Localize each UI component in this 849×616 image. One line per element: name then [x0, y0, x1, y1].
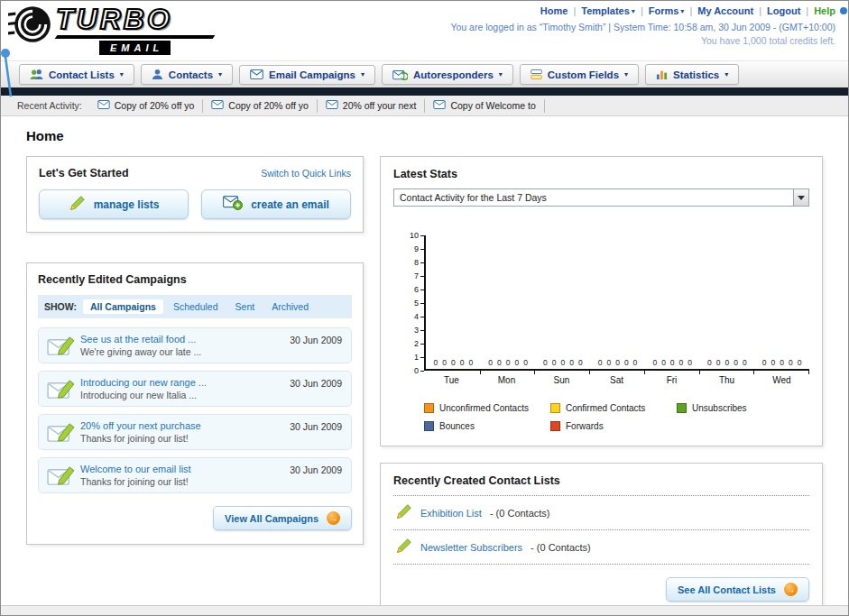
contact-activity-chart: 109876543210 000000000000000000000000000…	[393, 235, 809, 385]
arrow-right-icon: →	[327, 511, 340, 525]
top-link-logout[interactable]: Logout	[767, 5, 800, 16]
bar-value-label: 0	[552, 358, 557, 367]
contact-list-link[interactable]: Exhibition List	[420, 508, 482, 519]
create-email-button[interactable]: create an email	[201, 189, 351, 219]
contact-list-row: Exhibition List - (0 Contacts)	[393, 495, 809, 529]
filter-sent[interactable]: Sent	[228, 299, 263, 314]
footer-strip	[1, 605, 848, 615]
contact-list-link[interactable]: Newsletter Subscribers	[420, 542, 522, 553]
recent-activity-bar: Recent Activity: Copy of 20% off yo Copy…	[1, 96, 848, 116]
filter-scheduled[interactable]: Scheduled	[166, 299, 226, 314]
tab-autoresponders[interactable]: Autoresponders ▾	[382, 64, 513, 85]
stats-period-dropdown[interactable]: Contact Activity for the Last 7 Days	[393, 188, 809, 207]
custom-fields-icon	[531, 69, 542, 80]
caret-down-icon: ▾	[218, 70, 222, 78]
recent-activity-item-label: Copy of 20% off yo	[228, 100, 309, 111]
tab-contacts[interactable]: Contacts ▾	[141, 64, 233, 85]
recent-activity-item[interactable]: Copy of 20% off yo	[89, 99, 204, 113]
see-all-contact-lists-button[interactable]: See All Contact Lists →	[666, 577, 809, 602]
campaign-item: See us at the retail food ... We're givi…	[38, 327, 352, 363]
legend-swatch	[550, 421, 560, 431]
x-axis-label: Sat	[589, 375, 644, 385]
envelope-icon	[326, 100, 338, 111]
recent-activity-label: Recent Activity:	[17, 100, 82, 111]
link-separator: |	[689, 5, 692, 16]
bar-value-label: 0	[624, 358, 629, 367]
contact-list-count: - (0 Contacts)	[531, 542, 591, 553]
bar-value-label: 0	[688, 358, 692, 367]
bar-value-label: 0	[670, 358, 675, 367]
latest-stats-title: Latest Stats	[393, 168, 809, 180]
campaign-title-link[interactable]: Welcome to our email list	[80, 464, 281, 474]
bar-value-label: 0	[506, 358, 511, 367]
get-started-title: Let's Get Started	[39, 167, 129, 179]
latest-stats-panel: Latest Stats Contact Activity for the La…	[380, 156, 823, 446]
link-separator: |	[806, 5, 808, 16]
bar-value-label: 0	[523, 358, 528, 367]
bar-value-label: 0	[633, 358, 638, 367]
logo-underline	[55, 35, 216, 39]
tab-statistics[interactable]: Statistics ▾	[645, 64, 739, 85]
main-content: Home Let's Get Started Switch to Quick L…	[1, 116, 848, 615]
envelope-icon	[97, 100, 110, 111]
recent-campaigns-panel: Recently Edited Campaigns SHOW: All Camp…	[26, 262, 364, 545]
x-axis-label: Sun	[534, 375, 589, 385]
legend-item: Unsubscribes	[677, 403, 803, 413]
top-link-label: Home	[540, 5, 568, 16]
top-link-forms[interactable]: Forms▾	[649, 5, 685, 16]
caret-down-icon: ▾	[632, 7, 635, 15]
recent-activity-item[interactable]: 20% off your next	[318, 99, 426, 113]
recent-activity-item[interactable]: Copy of 20% off yo	[203, 99, 318, 113]
logo-wordmark: TURBO	[56, 4, 214, 34]
bar-value-label: 0	[606, 358, 611, 367]
bar-group: 00000	[426, 358, 481, 369]
switch-quick-links[interactable]: Switch to Quick Links	[261, 168, 351, 179]
manage-lists-button[interactable]: manage lists	[39, 189, 189, 219]
tab-label: Contacts	[169, 69, 213, 80]
pencil-icon	[69, 195, 86, 215]
campaign-title-link[interactable]: See us at the retail food ...	[80, 334, 281, 345]
top-link-home[interactable]: Home	[540, 5, 568, 16]
campaign-title-link[interactable]: Introducing our new range ...	[80, 377, 281, 388]
recent-activity-item-label: 20% off your next	[343, 100, 417, 111]
tab-contact-lists[interactable]: Contact Lists ▾	[19, 64, 134, 85]
contact-lists-icon	[30, 69, 43, 80]
tab-custom-fields[interactable]: Custom Fields ▾	[520, 64, 639, 85]
header: TURBO EMAIL Home | Templates▾ | Forms▾ |…	[1, 1, 848, 60]
recent-activity-item[interactable]: Copy of Welcome to	[425, 99, 544, 113]
bar-value-label: 0	[434, 358, 438, 367]
bar-value-label: 0	[488, 358, 493, 367]
campaign-filter-bar: SHOW: All Campaigns Scheduled Sent Archi…	[38, 295, 352, 318]
bar-group: 00000	[590, 358, 645, 369]
see-all-contact-lists-label: See All Contact Lists	[678, 584, 776, 595]
tab-email-campaigns[interactable]: Email Campaigns ▾	[239, 65, 375, 85]
contact-list-row: Newsletter Subscribers - (0 Contacts)	[393, 529, 809, 564]
tab-label: Custom Fields	[548, 69, 619, 80]
top-link-templates[interactable]: Templates▾	[581, 5, 635, 16]
right-column: Latest Stats Contact Activity for the La…	[380, 156, 823, 615]
pencil-icon	[395, 538, 412, 556]
legend-swatch	[677, 403, 687, 413]
campaign-title-link[interactable]: 20% off your next purchase	[80, 420, 281, 431]
bar-value-label: 0	[543, 358, 548, 367]
logo-text: TURBO EMAIL	[56, 4, 214, 55]
caret-down-icon: ▾	[680, 7, 684, 15]
top-link-label: Forms	[649, 5, 679, 16]
view-all-campaigns-button[interactable]: View All Campaigns →	[213, 506, 352, 530]
caret-down-icon: ▾	[624, 70, 628, 78]
recent-contact-lists-panel: Recently Created Contact Lists Exhibitio…	[380, 463, 823, 615]
link-separator: |	[641, 5, 643, 16]
contact-list-items: Exhibition List - (0 Contacts) Newslette…	[393, 495, 809, 565]
campaign-date: 30 Jun 2009	[290, 335, 342, 345]
caret-down-icon: ▾	[724, 70, 728, 78]
campaign-subtitle: Introducing our new Italia ...	[80, 390, 281, 400]
logo[interactable]: TURBO EMAIL	[8, 4, 214, 55]
top-link-help[interactable]: Help	[814, 5, 835, 16]
filter-archived[interactable]: Archived	[264, 299, 316, 314]
show-label: SHOW:	[44, 301, 77, 312]
legend-swatch	[550, 403, 560, 413]
top-link-my-account[interactable]: My Account	[697, 5, 753, 16]
dropdown-caret-icon	[793, 189, 808, 206]
link-separator: |	[759, 5, 761, 16]
filter-all-campaigns[interactable]: All Campaigns	[83, 299, 163, 314]
